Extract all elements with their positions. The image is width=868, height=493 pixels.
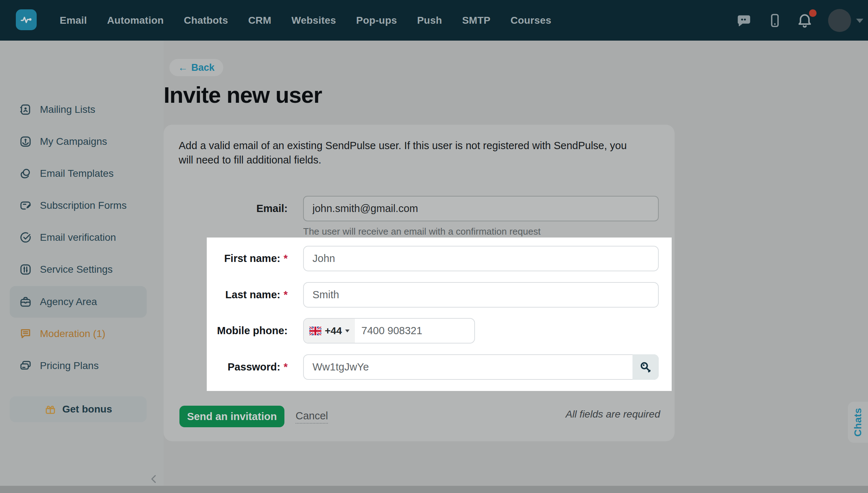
required-asterisk: * — [284, 361, 288, 373]
nav-item-popups[interactable]: Pop-ups — [356, 15, 397, 26]
send-invitation-button[interactable]: Send an invitation — [179, 406, 284, 427]
contacts-book-icon — [19, 103, 32, 116]
sidebar-item-email-templates[interactable]: Email Templates — [10, 160, 147, 187]
briefcase-icon — [19, 295, 32, 308]
notification-badge-dot — [809, 9, 817, 17]
nav-item-smtp[interactable]: SMTP — [462, 15, 490, 26]
sidebar-item-subscription-forms[interactable]: Subscription Forms — [10, 192, 147, 219]
mobile-phone-label: Mobile phone: — [207, 318, 288, 344]
chats-side-tab[interactable]: Chats — [848, 402, 868, 443]
sidebar-collapse-button[interactable] — [147, 472, 161, 486]
check-circle-icon — [19, 231, 32, 244]
email-input[interactable] — [304, 197, 658, 221]
campaign-send-icon — [19, 135, 32, 148]
country-code-selector[interactable]: +44 — [304, 319, 355, 343]
sidebar: Mailing Lists My Campaigns Email Templat… — [0, 41, 164, 486]
first-name-label: First name:* — [207, 246, 288, 271]
form-pencil-icon — [19, 199, 32, 212]
sidebar-item-moderation[interactable]: Moderation (1) — [10, 321, 147, 347]
form-intro-text: Add a valid email of an existing SendPul… — [179, 138, 657, 167]
gift-icon — [44, 403, 56, 415]
back-arrow-icon: ← — [178, 62, 188, 73]
sidebar-item-label: Mailing Lists — [40, 104, 95, 115]
mobile-phone-field: +44 — [303, 318, 475, 344]
last-name-field — [303, 282, 659, 308]
email-field — [303, 196, 659, 221]
nav-item-automation[interactable]: Automation — [107, 15, 164, 26]
uk-flag-icon — [309, 327, 321, 335]
mobile-app-icon[interactable] — [767, 0, 783, 41]
sidebar-item-label: Email verification — [40, 232, 116, 243]
account-menu-caret-icon — [856, 19, 863, 23]
moderation-chat-icon — [19, 327, 32, 340]
sidebar-item-pricing-plans[interactable]: Pricing Plans — [10, 353, 147, 379]
password-input[interactable] — [304, 355, 658, 379]
sidebar-item-label: Pricing Plans — [40, 360, 99, 372]
sliders-icon — [19, 263, 32, 276]
first-name-input[interactable] — [304, 247, 658, 271]
templates-icon — [19, 167, 32, 180]
sidebar-item-label: Email Templates — [40, 168, 114, 179]
required-asterisk: * — [284, 289, 288, 301]
email-helper-text: The user will receive an email with a co… — [303, 226, 540, 237]
sidebar-item-agency-area[interactable]: Agency Area — [10, 286, 147, 318]
mobile-phone-input[interactable] — [355, 319, 474, 343]
caret-down-icon — [345, 330, 350, 332]
sidebar-item-my-campaigns[interactable]: My Campaigns — [10, 128, 147, 155]
notifications-bell-icon[interactable] — [796, 0, 813, 41]
password-field — [303, 354, 659, 380]
sidebar-item-label: Moderation (1) — [40, 328, 105, 340]
sidebar-item-email-verification[interactable]: Email verification — [10, 224, 147, 251]
back-button[interactable]: ← Back — [169, 59, 223, 76]
key-icon — [639, 360, 653, 374]
pricing-cards-icon — [19, 359, 32, 372]
email-label: Email: — [179, 196, 288, 221]
password-label: Password:* — [207, 354, 288, 380]
nav-item-chatbots[interactable]: Chatbots — [184, 15, 228, 26]
required-asterisk: * — [284, 253, 288, 264]
bottom-edge-strip — [0, 486, 868, 493]
nav-item-websites[interactable]: Websites — [292, 15, 336, 26]
pulse-icon — [19, 13, 33, 27]
sidebar-item-label: My Campaigns — [40, 136, 107, 147]
chevron-left-icon — [149, 474, 159, 484]
nav-item-push[interactable]: Push — [417, 15, 442, 26]
sidebar-item-mailing-lists[interactable]: Mailing Lists — [10, 96, 147, 123]
sidebar-item-label: Service Settings — [40, 264, 113, 275]
page-title: Invite new user — [164, 82, 322, 108]
chat-icon[interactable] — [736, 0, 752, 41]
back-label: Back — [191, 62, 215, 73]
required-fields-note: All fields are required — [566, 409, 660, 420]
last-name-input[interactable] — [304, 283, 658, 307]
nav-item-email[interactable]: Email — [60, 15, 87, 26]
sidebar-item-service-settings[interactable]: Service Settings — [10, 256, 147, 283]
sendpulse-logo[interactable] — [16, 9, 37, 30]
dial-code: +44 — [325, 325, 342, 337]
main-menu: Email Automation Chatbots CRM Websites P… — [60, 0, 551, 41]
chats-tab-label: Chats — [852, 408, 864, 437]
top-nav: Email Automation Chatbots CRM Websites P… — [0, 0, 868, 41]
sidebar-item-label: Agency Area — [40, 296, 97, 308]
tour-spotlight: First name:* Last name:* Mobile phone: +… — [207, 238, 672, 391]
account-avatar[interactable] — [828, 9, 851, 32]
cancel-link[interactable]: Cancel — [296, 410, 328, 424]
get-bonus-label: Get bonus — [62, 404, 112, 415]
last-name-label: Last name:* — [207, 282, 288, 308]
first-name-field — [303, 246, 659, 271]
get-bonus-button[interactable]: Get bonus — [10, 396, 147, 422]
nav-item-crm[interactable]: CRM — [248, 15, 271, 26]
generate-password-button[interactable] — [632, 354, 659, 380]
sidebar-item-label: Subscription Forms — [40, 200, 127, 211]
nav-item-courses[interactable]: Courses — [511, 15, 551, 26]
